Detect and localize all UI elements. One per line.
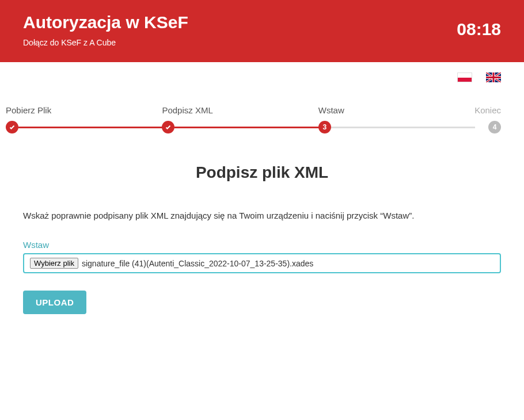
step-2: Podpisz XML — [162, 105, 318, 135]
header: Autoryzacja w KSeF Dołącz do KSeF z A Cu… — [0, 0, 524, 62]
instruction-text: Wskaż poprawnie podpisany plik XML znajd… — [23, 211, 501, 220]
step-4: Koniec 4 — [474, 105, 501, 135]
header-time: 08:18 — [457, 20, 501, 39]
step-label: Pobierz Plik — [6, 105, 162, 115]
header-left: Autoryzacja w KSeF Dołącz do KSeF z A Cu… — [23, 13, 188, 47]
file-field-label: Wstaw — [23, 240, 501, 250]
stepper: Pobierz Plik Podpisz XML Wstaw 3 — [0, 82, 524, 135]
step-1: Pobierz Plik — [6, 105, 162, 135]
check-icon — [162, 121, 174, 133]
step-label: Wstaw — [318, 105, 474, 115]
main: Podpisz plik XML Wskaż poprawnie podpisa… — [0, 135, 524, 337]
flag-pl-icon[interactable] — [457, 72, 472, 82]
flag-uk-icon[interactable] — [486, 72, 501, 82]
step-label: Koniec — [474, 105, 501, 115]
file-input[interactable]: Wybierz plik signature_file (41)(Autenti… — [23, 253, 501, 273]
main-title: Podpisz plik XML — [23, 163, 501, 182]
page-title: Autoryzacja w KSeF — [23, 13, 188, 32]
step-3: Wstaw 3 — [318, 105, 474, 135]
selected-filename: signature_file (41)(Autenti_Classic_2022… — [82, 259, 313, 268]
page-subtitle: Dołącz do KSeF z A Cube — [23, 38, 188, 47]
upload-button[interactable]: UPLOAD — [23, 291, 86, 314]
step-label: Podpisz XML — [162, 105, 318, 115]
check-icon — [6, 121, 18, 133]
choose-file-button[interactable]: Wybierz plik — [30, 258, 78, 269]
step-number: 3 — [318, 121, 331, 133]
step-number: 4 — [488, 121, 501, 133]
language-switcher — [0, 62, 524, 82]
